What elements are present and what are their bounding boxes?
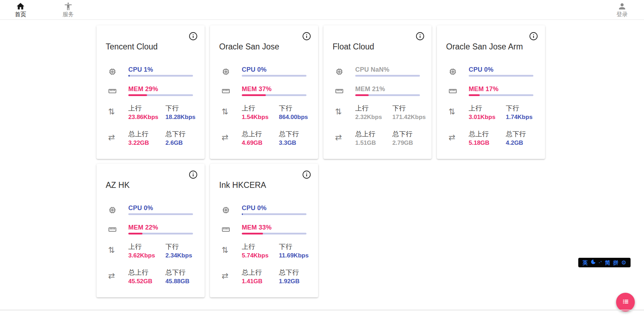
mem-progress-bar xyxy=(355,94,420,96)
mem-bar-fill xyxy=(355,94,369,96)
download-value: 2.34Kbps xyxy=(165,252,193,259)
mem-progress-bar xyxy=(242,233,306,234)
total-download-value: 2.6GB xyxy=(165,139,193,147)
nav-home-label: 首页 xyxy=(15,11,26,18)
cpu-chip-icon xyxy=(108,65,128,77)
total-upload-label: 总上行 xyxy=(242,130,279,138)
ruler-icon xyxy=(222,223,242,234)
ime-pinyin-toggle[interactable]: 拼 xyxy=(613,258,618,267)
left-right-arrows-icon: ⇄ xyxy=(335,130,355,147)
left-right-arrows-icon: ⇄ xyxy=(222,130,242,147)
network-speed-row: ⇅ 上行 23.86Kbps 下行 18.28Kbps xyxy=(108,104,193,121)
download-label: 下行 xyxy=(165,243,193,251)
mem-usage-label: MEM 37% xyxy=(242,85,306,93)
server-name: Tencent Cloud xyxy=(106,42,183,52)
upload-label: 上行 xyxy=(242,105,279,112)
download-value: 864.00bps xyxy=(279,114,306,121)
server-name: AZ HK xyxy=(106,180,183,190)
download-label: 下行 xyxy=(392,105,420,112)
cpu-chip-icon xyxy=(335,65,355,77)
up-down-arrows-icon: ⇅ xyxy=(335,104,355,121)
total-download-value: 1.92GB xyxy=(279,278,306,285)
total-upload-value: 1.51GB xyxy=(355,139,392,147)
cpu-row: CPU 0% xyxy=(449,65,533,77)
server-list-fab[interactable] xyxy=(616,293,635,311)
up-down-arrows-icon: ⇅ xyxy=(449,104,469,121)
left-right-arrows-icon: ⇄ xyxy=(108,268,128,285)
cpu-chip-icon xyxy=(449,65,469,77)
mem-row: MEM 17% xyxy=(449,84,533,96)
info-icon[interactable] xyxy=(302,170,311,179)
footer-divider xyxy=(0,310,644,310)
left-right-arrows-icon: ⇄ xyxy=(108,130,128,147)
total-download-label: 总下行 xyxy=(165,130,193,138)
ime-english-toggle[interactable]: 英 xyxy=(582,258,588,267)
mem-row: MEM 33% xyxy=(222,223,306,234)
ruler-icon xyxy=(108,84,128,96)
total-download-value: 4.2GB xyxy=(506,139,533,147)
download-value: 18.28Kbps xyxy=(165,114,193,121)
cpu-progress-bar xyxy=(469,75,533,77)
info-icon[interactable] xyxy=(302,31,311,41)
cpu-usage-label: CPU 0% xyxy=(242,66,306,73)
up-down-arrows-icon: ⇅ xyxy=(222,242,242,259)
mem-usage-label: MEM 29% xyxy=(128,85,193,93)
info-icon[interactable] xyxy=(415,31,425,41)
info-icon[interactable] xyxy=(188,170,198,179)
server-card: Ink HKCERA CPU 0% ME xyxy=(210,164,318,297)
mem-progress-bar xyxy=(128,94,193,96)
info-icon[interactable] xyxy=(188,31,198,41)
mem-row: MEM 37% xyxy=(222,84,306,96)
total-upload-label: 总上行 xyxy=(355,130,392,138)
mem-bar-fill xyxy=(242,94,266,96)
mem-usage-label: MEM 17% xyxy=(469,85,533,93)
total-download-value: 2.79GB xyxy=(392,139,420,147)
mem-bar-fill xyxy=(128,94,147,96)
mem-usage-label: MEM 22% xyxy=(128,224,193,231)
total-download-label: 总下行 xyxy=(279,130,306,138)
mem-bar-fill xyxy=(128,233,142,234)
cpu-usage-label: CPU NaN% xyxy=(355,66,420,73)
server-card: Oracle San Jose CPU 0% xyxy=(210,25,318,159)
cpu-chip-icon xyxy=(222,203,242,215)
mem-usage-label: MEM 33% xyxy=(242,224,306,231)
network-speed-row: ⇅ 上行 3.01Kbps 下行 1.74Kbps xyxy=(449,104,533,121)
total-upload-label: 总上行 xyxy=(128,130,165,138)
download-label: 下行 xyxy=(279,243,306,251)
cpu-row: CPU 0% xyxy=(108,203,193,215)
nav-item-home[interactable]: 首页 xyxy=(8,0,33,19)
cpu-progress-bar xyxy=(242,213,306,215)
crescent-moon-icon[interactable] xyxy=(591,258,596,267)
info-icon[interactable] xyxy=(529,31,538,41)
total-upload-value: 45.52GB xyxy=(128,278,165,285)
server-name: Oracle San Jose xyxy=(219,42,297,52)
nav-services-label: 服务 xyxy=(63,11,74,18)
server-name: Ink HKCERA xyxy=(219,180,297,190)
total-download-value: 3.3GB xyxy=(279,139,306,147)
cpu-progress-bar xyxy=(128,75,193,77)
ime-simplified-toggle[interactable]: 简 xyxy=(605,258,610,267)
cpu-progress-bar xyxy=(355,75,420,77)
gear-icon[interactable]: ⚙ xyxy=(621,258,626,267)
total-download-label: 总下行 xyxy=(165,269,193,277)
nav-item-login[interactable]: 登录 xyxy=(609,0,635,19)
cpu-chip-icon xyxy=(108,203,128,215)
upload-label: 上行 xyxy=(469,105,506,112)
cpu-row: CPU 0% xyxy=(222,203,306,215)
upload-label: 上行 xyxy=(242,243,279,251)
ime-punctuation-toggle[interactable]: ·' xyxy=(599,258,602,267)
total-download-value: 45.88GB xyxy=(165,278,193,285)
network-total-row: ⇄ 总上行 5.18GB 总下行 4.2GB xyxy=(449,130,533,147)
cpu-row: CPU 1% xyxy=(108,65,193,77)
network-total-row: ⇄ 总上行 1.41GB 总下行 1.92GB xyxy=(222,268,306,285)
server-card: Tencent Cloud CPU 1% xyxy=(96,25,205,159)
cpu-progress-bar xyxy=(128,213,193,215)
up-down-arrows-icon: ⇅ xyxy=(108,242,128,259)
cpu-usage-label: CPU 0% xyxy=(469,66,533,73)
nav-item-services[interactable]: 服务 xyxy=(55,0,81,19)
download-value: 11.69Kbps xyxy=(279,252,306,259)
mem-bar-fill xyxy=(469,94,480,96)
upload-value: 3.62Kbps xyxy=(128,252,165,259)
cpu-bar-fill xyxy=(128,75,130,77)
upload-value: 3.01Kbps xyxy=(469,114,506,121)
